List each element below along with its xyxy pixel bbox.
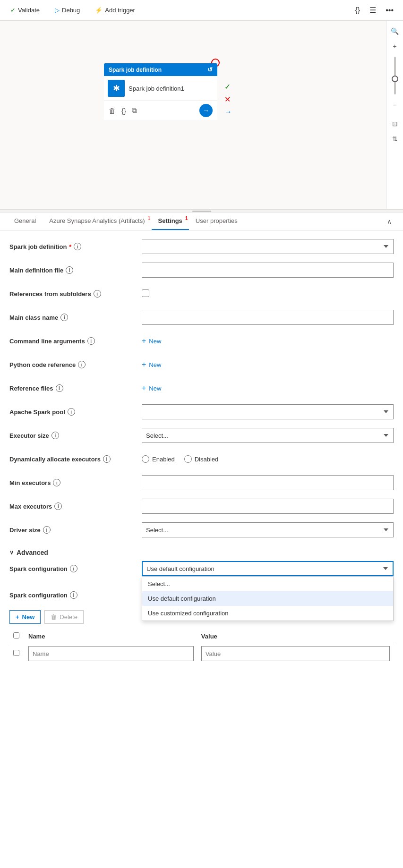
dropdown-option-customized[interactable]: Use customized configuration: [142, 606, 393, 621]
apache-spark-pool-row: Apache Spark pool i: [9, 403, 394, 420]
debug-button[interactable]: ▷ Debug: [52, 5, 83, 16]
enabled-radio[interactable]: [142, 455, 149, 463]
main-def-file-label: Main definition file i: [9, 266, 142, 274]
arrow-node-button[interactable]: →: [199, 104, 213, 117]
tab-general[interactable]: General: [8, 213, 43, 230]
delete-node-button[interactable]: 🗑: [109, 106, 116, 115]
advanced-section: ∨ Advanced Spark configuration i Use def…: [9, 545, 394, 664]
spark-config-select[interactable]: Use default configuration: [142, 561, 394, 576]
debug-icon: ▷: [55, 7, 60, 14]
main-class-name-input[interactable]: [142, 310, 394, 325]
copy-node-button[interactable]: ⧉: [132, 106, 137, 115]
more-button[interactable]: •••: [384, 4, 395, 17]
table-header-name: Name: [25, 630, 197, 643]
executor-size-info[interactable]: i: [51, 432, 59, 439]
driver-size-info[interactable]: i: [43, 526, 51, 534]
spark-node-body: ✱ Spark job definition1: [104, 76, 217, 101]
chevron-down-icon: ∨: [9, 549, 14, 556]
delete-config-button[interactable]: 🗑 Delete: [44, 610, 84, 624]
spark-config-second-label: Spark configuration i: [9, 591, 142, 599]
min-executors-input[interactable]: [142, 475, 394, 490]
search-canvas-button[interactable]: 🔍: [388, 25, 402, 38]
dropdown-option-default[interactable]: Use default configuration: [142, 591, 393, 606]
table-value-input[interactable]: [201, 646, 390, 661]
artifacts-badge: 1: [147, 215, 150, 221]
disabled-radio-option[interactable]: Disabled: [184, 455, 219, 463]
arrow-right-icon[interactable]: →: [224, 108, 232, 116]
driver-size-select[interactable]: Select...: [142, 522, 394, 537]
command-line-args-label: Command line arguments i: [9, 337, 142, 345]
table-name-input[interactable]: [28, 646, 194, 661]
table-row: [9, 643, 394, 664]
plus-icon: +: [142, 337, 146, 345]
reference-files-info[interactable]: i: [56, 384, 63, 392]
zoom-out-button[interactable]: −: [388, 98, 402, 111]
kv-table: Name Value: [9, 630, 394, 664]
validate-button[interactable]: ✓ Validate: [8, 5, 43, 16]
driver-size-control: Select...: [142, 522, 394, 537]
references-subfolders-info[interactable]: i: [94, 290, 101, 298]
references-subfolders-checkbox[interactable]: [142, 289, 149, 297]
zoom-thumb[interactable]: [392, 76, 398, 82]
spark-job-def-select[interactable]: [142, 239, 394, 254]
add-trigger-button[interactable]: ⚡ Add trigger: [92, 5, 138, 16]
max-executors-info[interactable]: i: [54, 502, 62, 510]
spark-job-def-info[interactable]: i: [74, 243, 81, 250]
checkmark-icon: ✓: [10, 7, 16, 14]
spark-config-second-info[interactable]: i: [70, 591, 77, 599]
main-def-file-info[interactable]: i: [66, 266, 73, 274]
table-row-checkbox[interactable]: [13, 650, 19, 656]
disabled-radio[interactable]: [184, 455, 192, 463]
spark-node-card[interactable]: Spark job definition ↺ ✱ Spark job defin…: [104, 63, 217, 120]
min-executors-info[interactable]: i: [53, 479, 60, 486]
executor-size-label: Executor size i: [9, 432, 142, 439]
driver-size-label: Driver size i: [9, 526, 142, 534]
code-button[interactable]: {}: [353, 4, 362, 17]
table-select-all-checkbox[interactable]: [13, 632, 19, 638]
code-node-button[interactable]: {}: [121, 106, 126, 115]
settings-form: Spark job definition * i Main definition…: [0, 230, 403, 672]
add-command-line-arg-button[interactable]: + New: [142, 337, 161, 345]
references-subfolders-row: References from subfolders i: [9, 285, 394, 302]
main-class-name-info[interactable]: i: [60, 314, 68, 321]
command-line-args-info[interactable]: i: [87, 337, 95, 345]
spark-config-info[interactable]: i: [70, 565, 77, 572]
advanced-toggle-button[interactable]: ∨ Advanced: [9, 545, 48, 560]
main-def-file-control: [142, 263, 394, 278]
python-code-ref-info[interactable]: i: [78, 361, 86, 368]
fit-view-button[interactable]: ⊡: [388, 117, 402, 130]
success-icon[interactable]: ✓: [224, 82, 232, 91]
table-row-name-cell: [25, 643, 197, 664]
add-reference-files-button[interactable]: + New: [142, 384, 161, 392]
auto-layout-button[interactable]: ⇅: [388, 132, 402, 145]
tab-artifacts[interactable]: Azure Synapse Analytics (Artifacts) 1: [43, 213, 151, 230]
spark-node-footer: 🗑 {} ⧉ →: [104, 101, 217, 120]
command-line-args-row: Command line arguments i + New: [9, 332, 394, 349]
spark-job-def-control: [142, 239, 394, 254]
tab-user-properties[interactable]: User properties: [189, 213, 244, 230]
list-button[interactable]: ☰: [368, 4, 378, 17]
spark-config-dropdown-container: Use default configuration Select... Use …: [142, 561, 394, 576]
apache-spark-pool-select[interactable]: [142, 404, 394, 419]
table-header-checkbox-col: [9, 630, 25, 643]
collapse-panel-button[interactable]: ∧: [383, 214, 395, 229]
add-python-ref-button[interactable]: + New: [142, 360, 161, 369]
new-config-button[interactable]: + New: [9, 610, 41, 624]
new-button-label: New: [22, 613, 35, 621]
tab-settings[interactable]: Settings 1: [152, 213, 189, 230]
dropdown-option-select[interactable]: Select...: [142, 577, 393, 591]
main-def-file-input[interactable]: [142, 263, 394, 278]
zoom-in-button[interactable]: +: [388, 40, 402, 53]
driver-size-row: Driver size i Select...: [9, 521, 394, 538]
plus-icon-python: +: [142, 360, 146, 369]
apache-spark-pool-info[interactable]: i: [68, 408, 75, 416]
table-row-value-cell: [197, 643, 394, 664]
max-executors-input[interactable]: [142, 499, 394, 514]
reference-files-label: Reference files i: [9, 384, 142, 392]
executor-size-row: Executor size i Select...: [9, 427, 394, 444]
enabled-radio-option[interactable]: Enabled: [142, 455, 175, 463]
error-icon[interactable]: ✕: [224, 95, 232, 104]
tabs-bar: General Azure Synapse Analytics (Artifac…: [0, 213, 403, 230]
executor-size-select[interactable]: Select...: [142, 428, 394, 443]
dynamic-alloc-info[interactable]: i: [103, 455, 111, 463]
